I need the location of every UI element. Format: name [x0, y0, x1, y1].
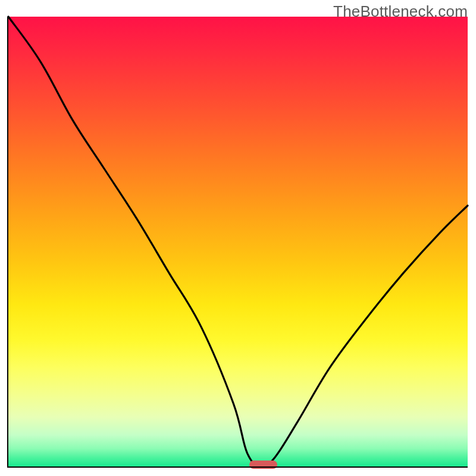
chart-container: TheBottleneck.com [0, 0, 476, 476]
y-axis [7, 17, 8, 466]
x-axis [7, 466, 468, 468]
bottleneck-curve [0, 0, 476, 476]
watermark-text: TheBottleneck.com [333, 2, 468, 21]
